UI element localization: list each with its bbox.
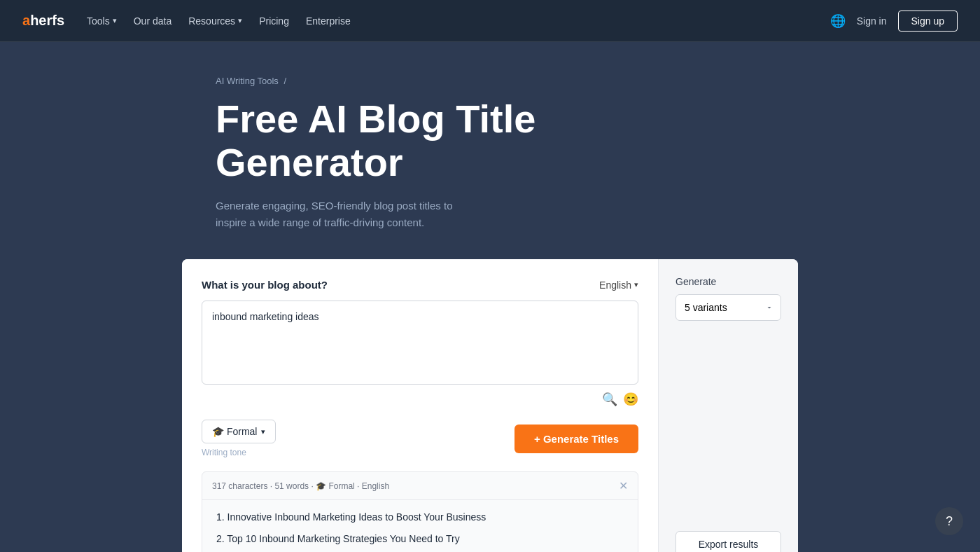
controls-row: 🎓 Formal ▾ Writing tone + Generate Title… (202, 420, 638, 457)
variants-select[interactable]: 5 variants3 variants10 variants (676, 294, 781, 321)
nav-right: 🌐 Sign in Sign up (830, 11, 958, 32)
tool-wrapper: What is your blog about? English ▾ 🔍 😊 🎓… (0, 259, 980, 552)
emoji-icon[interactable]: 😊 (623, 392, 638, 407)
results-meta: 317 characters · 51 words · 🎓 Formal · E… (212, 481, 389, 491)
breadcrumb: AI Writing Tools / (216, 76, 980, 86)
textarea-container: 🔍 😊 (202, 301, 638, 411)
nav-links: Tools ▾ Our data Resources ▾ Pricing Ent… (87, 15, 830, 27)
generate-section: Generate 5 variants3 variants10 variants (676, 276, 781, 321)
nav-resources[interactable]: Resources ▾ (188, 15, 242, 27)
list-item: 1. Innovative Inbound Marketing Ideas to… (216, 510, 624, 525)
language-select[interactable]: English ▾ (599, 280, 638, 291)
results-list: 1. Innovative Inbound Marketing Ideas to… (202, 500, 638, 552)
generate-label: Generate (676, 276, 781, 287)
language-value: English (599, 280, 631, 291)
logo-herfs: herfs (30, 13, 64, 29)
chevron-down-icon: ▾ (113, 16, 117, 25)
generate-button[interactable]: + Generate Titles (514, 425, 638, 453)
tone-select-button[interactable]: 🎓 Formal ▾ (202, 420, 276, 443)
tone-wrapper: 🎓 Formal ▾ Writing tone (202, 420, 276, 457)
breadcrumb-separator: / (284, 76, 286, 86)
results-box: 317 characters · 51 words · 🎓 Formal · E… (202, 471, 638, 552)
results-header: 317 characters · 51 words · 🎓 Formal · E… (202, 472, 638, 500)
tool-card: What is your blog about? English ▾ 🔍 😊 🎓… (182, 259, 798, 552)
globe-icon[interactable]: 🌐 (830, 13, 846, 29)
hero-description: Generate engaging, SEO-friendly blog pos… (216, 198, 482, 231)
export-button[interactable]: Export results (676, 531, 781, 552)
hero-section: AI Writing Tools / Free AI Blog Title Ge… (0, 42, 980, 231)
navbar: a herfs Tools ▾ Our data Resources ▾ Pri… (0, 0, 980, 42)
sign-up-button[interactable]: Sign up (898, 11, 958, 32)
chevron-down-icon: ▾ (261, 427, 265, 436)
nav-tools[interactable]: Tools ▾ (87, 15, 117, 27)
tool-main-panel: What is your blog about? English ▾ 🔍 😊 🎓… (182, 259, 658, 552)
textarea-icons: 🔍 😊 (202, 387, 638, 411)
tool-sidebar: Generate 5 variants3 variants10 variants… (658, 259, 798, 552)
question-label: What is your blog about? (202, 279, 328, 291)
logo[interactable]: a herfs (22, 13, 64, 29)
close-results-button[interactable]: ✕ (619, 479, 628, 492)
spellcheck-icon[interactable]: 🔍 (602, 392, 617, 407)
help-button[interactable]: ? (935, 507, 963, 535)
list-item: 2. Top 10 Inbound Marketing Strategies Y… (216, 532, 624, 546)
logo-a: a (22, 13, 30, 29)
chevron-down-icon: ▾ (238, 16, 242, 25)
nav-pricing[interactable]: Pricing (259, 15, 289, 27)
nav-our-data[interactable]: Our data (134, 15, 172, 27)
export-section: Export results Save all as a text file (676, 531, 781, 552)
nav-enterprise[interactable]: Enterprise (306, 15, 351, 27)
breadcrumb-parent[interactable]: AI Writing Tools (216, 76, 279, 86)
question-row: What is your blog about? English ▾ (202, 279, 638, 291)
writing-tone-label: Writing tone (202, 448, 276, 457)
page-title: Free AI Blog Title Generator (216, 97, 636, 184)
blog-topic-input[interactable] (202, 301, 638, 385)
sign-in-link[interactable]: Sign in (857, 15, 887, 27)
chevron-down-icon: ▾ (634, 280, 638, 289)
tone-label: 🎓 Formal (212, 426, 257, 437)
